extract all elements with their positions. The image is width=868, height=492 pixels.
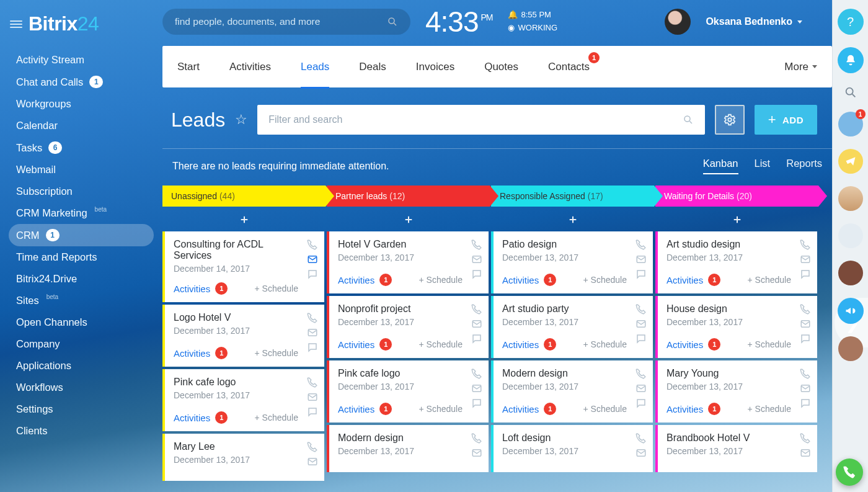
- sidebar-item-workgroups[interactable]: Workgroups: [9, 93, 154, 115]
- filter-input[interactable]: [268, 114, 682, 125]
- view-reports[interactable]: Reports: [786, 158, 822, 174]
- add-card-button[interactable]: [655, 209, 818, 230]
- chat-icon[interactable]: [800, 333, 811, 344]
- phone-icon[interactable]: [800, 303, 811, 315]
- sidebar-item-tasks[interactable]: Tasks6: [9, 136, 154, 159]
- tab-activities[interactable]: Activities: [229, 47, 271, 87]
- sidebar-item-sites[interactable]: Sitesbeta: [9, 290, 154, 311]
- schedule-link[interactable]: + Schedule: [748, 404, 791, 414]
- kanban-card[interactable]: Mary YoungDecember 13, 2017Activities1+ …: [655, 360, 817, 423]
- tab-more[interactable]: More: [784, 47, 817, 87]
- chat-icon[interactable]: [636, 398, 647, 409]
- kanban-card[interactable]: Mary LeeDecember 13, 2017: [162, 434, 324, 481]
- kanban-column-header[interactable]: Responsible Assigned (17): [491, 186, 654, 207]
- kanban-card[interactable]: Pink cafe logoDecember 13, 2017Activitie…: [162, 369, 324, 431]
- mail-icon[interactable]: [307, 254, 318, 265]
- logo[interactable]: Bitrix24: [29, 12, 99, 35]
- activities-link[interactable]: Activities1: [174, 347, 228, 359]
- kanban-card[interactable]: Patio designDecember 13, 2017Activities1…: [491, 231, 653, 293]
- activities-link[interactable]: Activities1: [666, 403, 720, 415]
- kanban-card[interactable]: Brandbook Hotel VDecember 13, 2017: [655, 425, 817, 472]
- global-search[interactable]: [162, 9, 410, 35]
- notifications-button[interactable]: [838, 47, 864, 73]
- mail-icon[interactable]: [636, 447, 647, 458]
- schedule-link[interactable]: + Schedule: [255, 284, 298, 293]
- chat-icon[interactable]: [800, 269, 811, 280]
- kanban-card[interactable]: House designDecember 13, 2017Activities1…: [655, 296, 817, 358]
- add-lead-button[interactable]: + ADD: [755, 105, 817, 135]
- sidebar-item-bitrix24-drive[interactable]: Bitrix24.Drive: [9, 268, 154, 290]
- help-button[interactable]: ?: [838, 9, 864, 35]
- kanban-card[interactable]: Consulting for ACDL ServicesDecember 14,…: [162, 231, 324, 302]
- tab-start[interactable]: Start: [177, 47, 200, 87]
- sidebar-item-calendar[interactable]: Calendar: [9, 115, 154, 136]
- kanban-card[interactable]: Modern designDecember 13, 2017: [327, 425, 489, 472]
- schedule-link[interactable]: + Schedule: [419, 275, 463, 285]
- dock-contact-4[interactable]: [838, 223, 863, 248]
- kanban-card[interactable]: Art studio designDecember 13, 2017Activi…: [655, 231, 817, 293]
- activities-link[interactable]: Activities1: [338, 403, 392, 415]
- sidebar-item-webmail[interactable]: Webmail: [9, 159, 154, 181]
- sidebar-item-applications[interactable]: Applications: [9, 355, 154, 377]
- sidebar-item-crm-marketing[interactable]: CRM Marketingbeta: [9, 202, 154, 224]
- kanban-column-header[interactable]: Unassigned (44): [162, 186, 326, 207]
- filter-box[interactable]: [257, 105, 704, 135]
- tab-leads[interactable]: Leads: [301, 47, 329, 89]
- view-kanban[interactable]: Kanban: [703, 158, 738, 174]
- schedule-link[interactable]: + Schedule: [255, 348, 298, 358]
- dock-contact-5[interactable]: [838, 261, 863, 285]
- kanban-card[interactable]: Loft designDecember 13, 2017: [491, 425, 653, 472]
- kanban-card[interactable]: Modern designDecember 13, 2017Activities…: [491, 360, 653, 423]
- mail-icon[interactable]: [307, 327, 318, 338]
- activities-link[interactable]: Activities1: [338, 274, 392, 286]
- chat-icon[interactable]: [636, 333, 647, 344]
- mail-icon[interactable]: [471, 383, 482, 394]
- kanban-card[interactable]: Logo Hotel VDecember 13, 2017Activities1…: [162, 305, 324, 367]
- phone-icon[interactable]: [471, 432, 482, 444]
- kanban-card[interactable]: Pink cafe logoDecember 13, 2017Activitie…: [327, 360, 489, 423]
- activities-link[interactable]: Activities1: [174, 411, 228, 424]
- add-card-button[interactable]: [491, 209, 654, 230]
- hamburger-icon[interactable]: [10, 20, 22, 28]
- mail-icon[interactable]: [800, 254, 811, 265]
- kanban-card[interactable]: Art studio partyDecember 13, 2017Activit…: [491, 296, 653, 358]
- chat-icon[interactable]: [307, 406, 318, 418]
- mail-icon[interactable]: [471, 254, 482, 265]
- kanban-card[interactable]: Nonprofit projectDecember 13, 2017Activi…: [327, 296, 489, 358]
- user-menu[interactable]: Oksana Bednenko: [706, 16, 802, 27]
- kanban-card[interactable]: Hotel V GardenDecember 13, 2017Activitie…: [327, 231, 489, 293]
- mail-icon[interactable]: [471, 447, 482, 458]
- sidebar-item-workflows[interactable]: Workflows: [9, 377, 154, 398]
- dock-contact-3[interactable]: [838, 186, 863, 211]
- chat-icon[interactable]: [471, 333, 482, 344]
- phone-icon[interactable]: [471, 239, 482, 250]
- view-list[interactable]: List: [755, 158, 771, 174]
- schedule-link[interactable]: + Schedule: [748, 339, 791, 349]
- phone-icon[interactable]: [636, 368, 647, 379]
- kanban-column-header[interactable]: Waiting for Details (20): [655, 186, 818, 207]
- dock-search-icon[interactable]: [844, 86, 857, 99]
- tab-deals[interactable]: Deals: [359, 47, 386, 87]
- phone-icon[interactable]: [307, 239, 318, 250]
- chat-icon[interactable]: [636, 269, 647, 280]
- mail-icon[interactable]: [307, 456, 318, 467]
- phone-icon[interactable]: [471, 303, 482, 315]
- schedule-link[interactable]: + Schedule: [583, 339, 627, 349]
- search-icon[interactable]: [683, 114, 694, 125]
- megaphone-button[interactable]: [838, 298, 864, 324]
- schedule-link[interactable]: + Schedule: [583, 275, 627, 285]
- mail-icon[interactable]: [636, 318, 647, 329]
- activities-link[interactable]: Activities1: [502, 338, 556, 351]
- phone-icon[interactable]: [307, 441, 318, 452]
- activities-link[interactable]: Activities1: [666, 338, 720, 351]
- global-search-input[interactable]: [175, 16, 387, 27]
- activities-link[interactable]: Activities1: [174, 282, 228, 295]
- phone-icon[interactable]: [800, 368, 811, 379]
- phone-icon[interactable]: [307, 377, 318, 388]
- mail-icon[interactable]: [800, 318, 811, 329]
- sidebar-item-subscription[interactable]: Subscription: [9, 181, 154, 202]
- sidebar-item-company[interactable]: Company: [9, 333, 154, 355]
- phone-icon[interactable]: [636, 432, 647, 444]
- chat-icon[interactable]: [307, 342, 318, 353]
- sidebar-item-crm[interactable]: CRM1: [9, 224, 154, 246]
